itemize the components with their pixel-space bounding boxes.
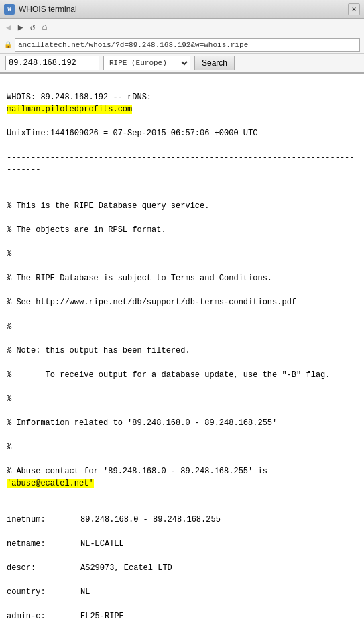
country-value: NL xyxy=(80,587,90,597)
window-title: WHOIS terminal xyxy=(19,5,344,14)
app-icon: W xyxy=(4,4,15,15)
whois-content: WHOIS: 89.248.168.192 -- rDNS: mailman.p… xyxy=(0,74,364,627)
descr-label: descr: xyxy=(7,562,80,574)
whois-server-select[interactable]: RIPE (Europe) ARIN (Americas) APNIC (Asi… xyxy=(103,56,190,70)
comment-line-4: % The RIPE Database is subject to Terms … xyxy=(7,274,272,283)
inetnum-value: 89.248.168.0 - 89.248.168.255 xyxy=(80,515,221,524)
descr-row: descr:AS29073, Ecatel LTD xyxy=(7,563,172,573)
inetnum-row: inetnum:89.248.168.0 - 89.248.168.255 xyxy=(7,515,221,524)
comment-line-11: % xyxy=(7,443,11,452)
forward-button[interactable]: ▶ xyxy=(16,22,25,33)
page-icon: 🔒 xyxy=(4,41,12,49)
inetnum-label: inetnum: xyxy=(7,514,80,526)
country-label: country: xyxy=(7,586,80,598)
query-bar: RIPE (Europe) ARIN (Americas) APNIC (Asi… xyxy=(0,54,364,74)
separator1: ----------------------------------------… xyxy=(7,153,354,174)
admin-c-label: admin-c: xyxy=(7,610,80,622)
ip-query-input[interactable] xyxy=(5,56,99,70)
netname-row: netname:NL-ECATEL xyxy=(7,539,124,549)
whois-header-prefix: WHOIS: 89.248.168.192 -- rDNS: xyxy=(7,93,156,102)
comment-line-1: % This is the RIPE Database query servic… xyxy=(7,201,209,211)
netname-value: NL-ECATEL xyxy=(80,539,124,549)
descr-value: AS29073, Ecatel LTD xyxy=(80,563,172,573)
rdns-highlight: mailman.pilotedprofits.com xyxy=(7,105,132,114)
close-button[interactable]: ✕ xyxy=(348,3,360,15)
home-button[interactable]: ⌂ xyxy=(40,22,49,32)
comment-line-3: % xyxy=(7,249,11,259)
abuse-contact-prefix: % Abuse contact for '89.248.168.0 - 89.2… xyxy=(7,467,272,476)
unix-time-line: UnixTime:1441609026 = 07-Sep-2015 06:57:… xyxy=(7,129,257,138)
back-button[interactable]: ◀ xyxy=(4,22,13,33)
comment-line-7: % Note: this output has been filtered. xyxy=(7,346,190,355)
nav-bar: ◀ ▶ ↺ ⌂ xyxy=(0,19,364,36)
comment-line-10: % Information related to '89.248.168.0 -… xyxy=(7,418,277,428)
admin-c-value: EL25-RIPE xyxy=(80,612,124,621)
comment-line-5: % See http://www.ripe.net/db/support/db-… xyxy=(7,298,296,307)
netname-label: netname: xyxy=(7,538,80,550)
comment-line-6: % xyxy=(7,322,11,331)
refresh-button[interactable]: ↺ xyxy=(28,22,38,33)
comment-line-8: % To receive output for a database updat… xyxy=(7,370,330,380)
comment-line-2: % The objects are in RPSL format. xyxy=(7,225,166,235)
address-bar: 🔒 xyxy=(0,36,364,54)
search-button[interactable]: Search xyxy=(194,56,235,70)
country-row: country:NL xyxy=(7,587,90,597)
comment-line-9: % xyxy=(7,394,11,404)
abuse-contact-highlight: 'abuse@ecatel.net' xyxy=(7,479,94,488)
admin-c-row: admin-c:EL25-RIPE xyxy=(7,612,124,621)
title-bar: W WHOIS terminal ✕ xyxy=(0,0,364,19)
address-input[interactable] xyxy=(15,38,360,52)
